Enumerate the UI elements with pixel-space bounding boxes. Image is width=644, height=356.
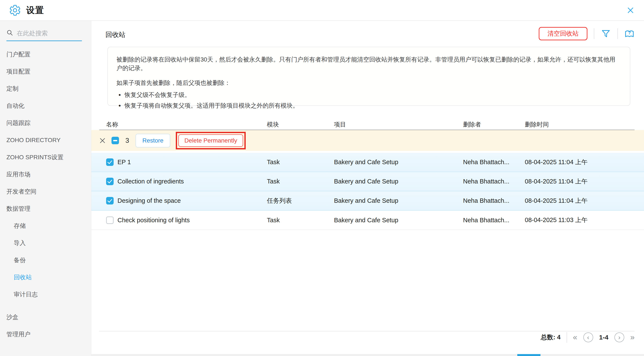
cell-deleted-at: 08-04-2025 11:04 上午	[525, 158, 644, 166]
cell-name: EP 1	[118, 158, 131, 166]
sidebar-item-sprints-settings[interactable]: ZOHO SPRINTS设置	[0, 149, 91, 166]
total-count-label: 总数: 4	[541, 333, 560, 342]
row-checkbox[interactable]	[106, 178, 114, 185]
help-icon[interactable]: ?	[624, 28, 634, 39]
page-range-label: 1-4	[599, 334, 608, 341]
cell-project: Bakery and Cafe Setup	[334, 158, 463, 166]
cell-module: Task	[267, 217, 334, 224]
table-row[interactable]: Check positioning of lights Task Bakery …	[91, 211, 644, 230]
cell-deleted-by: Neha Bhattach...	[463, 197, 525, 204]
cell-module: Task	[267, 158, 334, 166]
highlight-annotation-box: Delete Permanently	[176, 132, 246, 150]
cell-deleted-by: Neha Bhattach...	[463, 178, 525, 185]
row-checkbox[interactable]	[106, 158, 114, 166]
info-paragraph: 被删除的记录将在回收站中保留30天，然后才会被永久删除。只有门户所有者和管理员才…	[116, 55, 621, 72]
sidebar-search	[6, 29, 82, 41]
select-all-checkbox[interactable]	[112, 137, 119, 144]
divider	[594, 28, 594, 39]
table-row[interactable]: Collection of ingredients Task Bakery an…	[91, 172, 644, 192]
horizontal-scrollbar	[91, 354, 644, 356]
divider	[566, 332, 567, 343]
section-title: 回收站	[106, 30, 126, 39]
info-bullet: 恢复父级不会恢复子级。	[116, 90, 621, 100]
cell-name: Check positioning of lights	[118, 217, 190, 224]
clear-selection-icon[interactable]	[98, 137, 106, 144]
info-bullet-list: 恢复父级不会恢复子级。 恢复子项将自动恢复父项。这适用于除项目模块之外的所有模块…	[116, 90, 621, 111]
sidebar-item-zoho-directory[interactable]: ZOHO DIRECTORY	[0, 132, 91, 149]
sidebar-item-marketplace[interactable]: 应用市场	[0, 166, 91, 183]
sidebar-item-customization[interactable]: 定制	[0, 80, 91, 97]
search-input[interactable]	[17, 30, 76, 37]
table-row[interactable]: Designing of the space 任务列表 Bakery and C…	[91, 192, 644, 211]
sidebar-nav: 门户配置 项目配置 定制 自动化 问题跟踪 ZOHO DIRECTORY ZOH…	[0, 46, 91, 343]
sidebar-item-manage-users[interactable]: 管理用户	[0, 326, 91, 343]
last-page-icon[interactable]: »	[630, 334, 634, 341]
settings-gear-icon	[9, 4, 21, 16]
empty-recycle-bin-button[interactable]: 清空回收站	[539, 27, 588, 40]
table-body: EP 1 Task Bakery and Cafe Setup Neha Bha…	[91, 153, 644, 230]
cell-deleted-at: 08-04-2025 11:04 上午	[525, 196, 644, 205]
previous-page-icon[interactable]: ‹	[583, 332, 593, 342]
info-paragraph: 如果子项首先被删除，随后父项也被删除：	[116, 79, 621, 87]
sidebar-item-backup[interactable]: 备份	[0, 252, 91, 269]
column-header-module: 模块	[267, 120, 334, 128]
selected-count: 3	[126, 137, 129, 144]
sidebar-item-developer-space[interactable]: 开发者空间	[0, 183, 91, 200]
cell-deleted-by: Neha Bhattach...	[463, 217, 525, 224]
column-header-project: 项目	[334, 120, 463, 128]
sidebar-item-storage[interactable]: 存储	[0, 217, 91, 234]
cell-project: Bakery and Cafe Setup	[334, 178, 463, 185]
app-header: 设置	[0, 0, 644, 21]
cell-deleted-at: 08-04-2025 11:03 上午	[525, 216, 644, 224]
sidebar-item-import[interactable]: 导入	[0, 234, 91, 252]
sidebar-item-portal-config[interactable]: 门户配置	[0, 46, 91, 63]
page-title: 设置	[26, 4, 44, 16]
divider	[618, 28, 618, 39]
filter-icon[interactable]	[601, 28, 611, 39]
restore-button[interactable]: Restore	[136, 134, 170, 148]
sidebar-item-automation[interactable]: 自动化	[0, 97, 91, 114]
info-bullet: 恢复子项将自动恢复父项。这适用于除项目模块之外的所有模块。	[116, 100, 621, 111]
search-icon	[6, 29, 13, 37]
column-header-name: 名称	[106, 120, 267, 128]
cell-module: 任务列表	[267, 196, 334, 205]
scrollbar-thumb[interactable]	[517, 354, 540, 356]
cell-name: Designing of the space	[118, 197, 181, 204]
sidebar-item-data-management[interactable]: 数据管理	[0, 200, 91, 217]
recycle-bin-info-box: 被删除的记录将在回收站中保留30天，然后才会被永久删除。只有门户所有者和管理员才…	[108, 47, 630, 106]
sidebar-item-audit-log[interactable]: 审计日志	[0, 286, 91, 303]
cell-name: Collection of ingredients	[118, 178, 184, 185]
table-row[interactable]: EP 1 Task Bakery and Cafe Setup Neha Bha…	[91, 153, 644, 172]
header-controls: 清空回收站 ?	[539, 27, 634, 40]
first-page-icon[interactable]: «	[573, 334, 577, 341]
cell-deleted-by: Neha Bhattach...	[463, 158, 525, 166]
selection-action-bar: 3 Restore Delete Permanently	[91, 130, 644, 151]
cell-project: Bakery and Cafe Setup	[334, 197, 463, 204]
recycle-bin-panel: 回收站 清空回收站 ? 被删除的记录将在回收站中保留30天，然后才会被永久删除。…	[91, 21, 644, 356]
sidebar-item-project-config[interactable]: 项目配置	[0, 63, 91, 80]
column-header-deleted-by: 删除者	[463, 120, 525, 128]
close-icon[interactable]	[626, 6, 635, 15]
sidebar-item-recycle-bin[interactable]: 回收站	[0, 269, 91, 286]
settings-sidebar: 门户配置 项目配置 定制 自动化 问题跟踪 ZOHO DIRECTORY ZOH…	[0, 21, 91, 356]
cell-module: Task	[267, 178, 334, 185]
delete-permanently-button[interactable]: Delete Permanently	[178, 134, 243, 147]
sidebar-item-sandbox[interactable]: 沙盒	[0, 309, 91, 326]
column-header-deleted-at: 删除时间	[525, 120, 644, 128]
cell-deleted-at: 08-04-2025 11:04 上午	[525, 177, 644, 186]
next-page-icon[interactable]: ›	[614, 332, 624, 342]
recycle-bin-table: 名称 模块 项目 删除者 删除时间 3 Restore Delete Perma…	[91, 119, 644, 230]
row-checkbox[interactable]	[106, 216, 114, 224]
row-checkbox[interactable]	[106, 197, 114, 204]
sidebar-item-issue-tracking[interactable]: 问题跟踪	[0, 114, 91, 132]
cell-project: Bakery and Cafe Setup	[334, 217, 463, 224]
pagination-bar: 总数: 4 « ‹ 1-4 › »	[99, 331, 634, 343]
table-header-row: 名称 模块 项目 删除者 删除时间	[91, 119, 644, 130]
svg-text:?: ?	[628, 30, 631, 35]
